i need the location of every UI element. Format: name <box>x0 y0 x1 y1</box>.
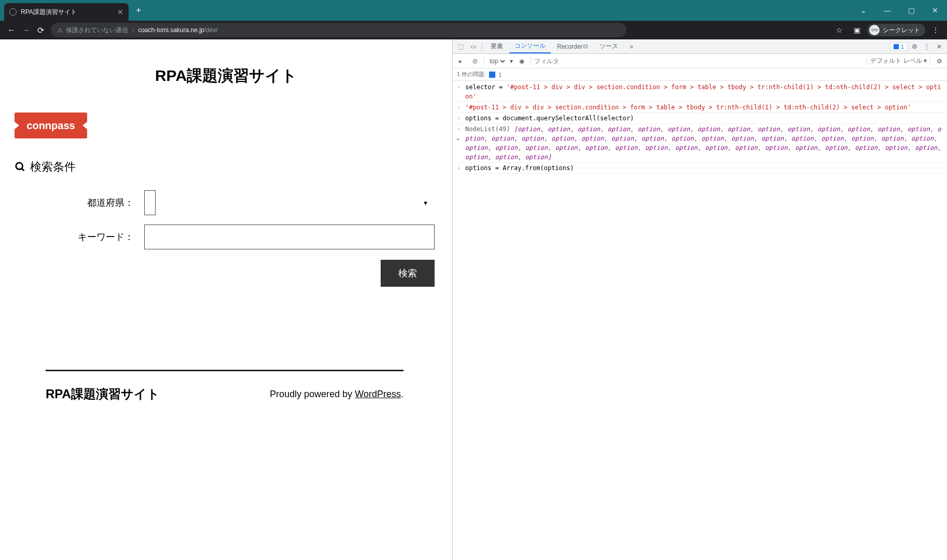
footer-credit: Proudly powered by WordPress. <box>270 389 403 400</box>
page-title: RPA課題演習サイト <box>15 65 438 87</box>
tab-more[interactable]: » <box>624 39 638 53</box>
url-host: coach-tomi.sakura.ne.jp <box>138 26 204 34</box>
url-path: /dev/ <box>204 26 218 34</box>
keyword-label: キーワード： <box>15 231 144 243</box>
bookmark-star-icon[interactable]: ☆ <box>832 23 846 37</box>
connpass-logo: connpass <box>15 113 87 138</box>
keyword-input[interactable] <box>144 225 435 249</box>
log-level-dropdown[interactable]: デフォルト レベル ▾ <box>870 57 927 65</box>
console-output[interactable]: ›selector = '#post-11 > div > div > sect… <box>453 81 947 560</box>
chevron-down-icon[interactable]: ⌄ <box>852 0 875 21</box>
clear-console-icon[interactable]: ⊘ <box>469 55 481 67</box>
browser-tab-strip: RPA課題演習サイト ✕ + ⌄ ― ▢ ✕ <box>0 0 947 21</box>
close-tab-icon[interactable]: ✕ <box>117 8 123 16</box>
devtools-panel: ⬚ ▭ 要素 コンソール Recorder ⮹ ソース » 1 ⚙ ⋮ ✕ ▸ … <box>452 39 947 560</box>
extensions-icon[interactable]: ▣ <box>849 23 864 37</box>
browser-tab[interactable]: RPA課題演習サイト ✕ <box>4 3 129 21</box>
wordpress-link[interactable]: WordPress <box>355 389 401 399</box>
settings-gear-icon[interactable]: ⚙ <box>909 41 920 52</box>
prefecture-label: 都道府県： <box>15 197 144 209</box>
footer-title: RPA課題演習サイト <box>46 386 160 402</box>
page-viewport: RPA課題演習サイト connpass 検索条件 都道府県： キーワード： 検索… <box>0 39 452 560</box>
new-tab-button[interactable]: + <box>136 5 142 16</box>
console-settings-icon[interactable]: ⚙ <box>934 55 945 67</box>
close-window-button[interactable]: ✕ <box>923 0 947 21</box>
address-bar[interactable]: ⚠ 保護されていない通信 | coach-tomi.sakura.ne.jp/d… <box>51 23 626 37</box>
insecure-label: 保護されていない通信 <box>66 26 128 35</box>
device-toolbar-icon[interactable]: ▭ <box>467 41 479 52</box>
prefecture-select[interactable] <box>144 190 156 215</box>
close-devtools-icon[interactable]: ✕ <box>934 41 945 52</box>
search-button[interactable]: 検索 <box>381 260 435 287</box>
tab-elements[interactable]: 要素 <box>485 39 508 53</box>
incognito-badge[interactable]: 👓 シークレット <box>867 24 925 36</box>
back-button[interactable]: ← <box>4 23 19 37</box>
inspect-element-icon[interactable]: ⬚ <box>455 41 466 52</box>
kebab-menu-icon[interactable]: ⋮ <box>928 23 943 37</box>
tab-console[interactable]: コンソール <box>509 39 551 53</box>
more-menu-icon[interactable]: ⋮ <box>921 41 932 52</box>
reload-button[interactable]: ⟳ <box>33 23 48 37</box>
incognito-icon: 👓 <box>869 25 880 35</box>
window-controls: ⌄ ― ▢ ✕ <box>852 0 947 21</box>
tab-title: RPA課題演習サイト <box>21 8 77 17</box>
tab-recorder[interactable]: Recorder ⮹ <box>552 39 593 53</box>
globe-icon <box>9 8 17 16</box>
svg-point-0 <box>16 163 23 170</box>
console-sidebar-icon[interactable]: ▸ <box>455 55 466 67</box>
devtools-tabbar: ⬚ ▭ 要素 コンソール Recorder ⮹ ソース » 1 ⚙ ⋮ ✕ <box>453 39 947 54</box>
page-footer: RPA課題演習サイト Proudly powered by WordPress. <box>46 370 403 423</box>
live-expression-icon[interactable]: ◉ <box>516 55 527 67</box>
issues-badge[interactable]: 1 <box>890 43 908 51</box>
console-toolbar: ▸ ⊘ top ▾ ◉ デフォルト レベル ▾ ⚙ <box>453 54 947 68</box>
issues-row[interactable]: 1 件の問題: 1 <box>453 68 947 81</box>
search-heading: 検索条件 <box>15 159 438 175</box>
browser-toolbar: ← → ⟳ ⚠ 保護されていない通信 | coach-tomi.sakura.n… <box>0 21 947 39</box>
minimize-button[interactable]: ― <box>875 0 899 21</box>
console-filter-input[interactable] <box>534 58 864 65</box>
tab-sources[interactable]: ソース <box>594 39 623 53</box>
search-icon <box>15 161 26 173</box>
svg-line-1 <box>22 169 24 171</box>
insecure-warning-icon: ⚠ <box>57 26 63 34</box>
context-selector[interactable]: top <box>488 57 507 65</box>
maximize-button[interactable]: ▢ <box>899 0 923 21</box>
forward-button[interactable]: → <box>19 23 33 37</box>
